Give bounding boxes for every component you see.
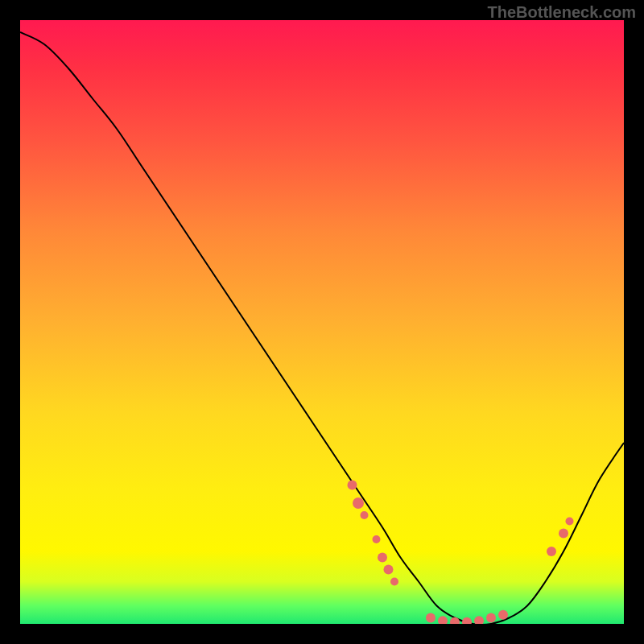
marker-dot [378, 553, 387, 563]
marker-dot [566, 518, 574, 526]
bottleneck-curve [20, 32, 624, 624]
marker-dot [384, 565, 394, 575]
marker-dot [498, 610, 508, 620]
marker-dot [438, 616, 448, 624]
marker-dot [462, 617, 472, 624]
marker-dot [390, 578, 398, 586]
marker-dot [348, 481, 357, 490]
marker-dot [559, 529, 568, 539]
marker-dot [353, 497, 364, 509]
marker-dot [450, 617, 460, 624]
marker-dot [361, 511, 369, 519]
marker-dot [373, 535, 381, 543]
marker-dot [547, 547, 556, 556]
curve-markers [348, 481, 574, 625]
watermark-text: TheBottleneck.com [488, 3, 636, 22]
marker-dot [486, 613, 496, 623]
plot-area [20, 20, 624, 624]
marker-dot [426, 613, 436, 623]
marker-dot [474, 616, 484, 624]
chart-svg [20, 20, 624, 624]
